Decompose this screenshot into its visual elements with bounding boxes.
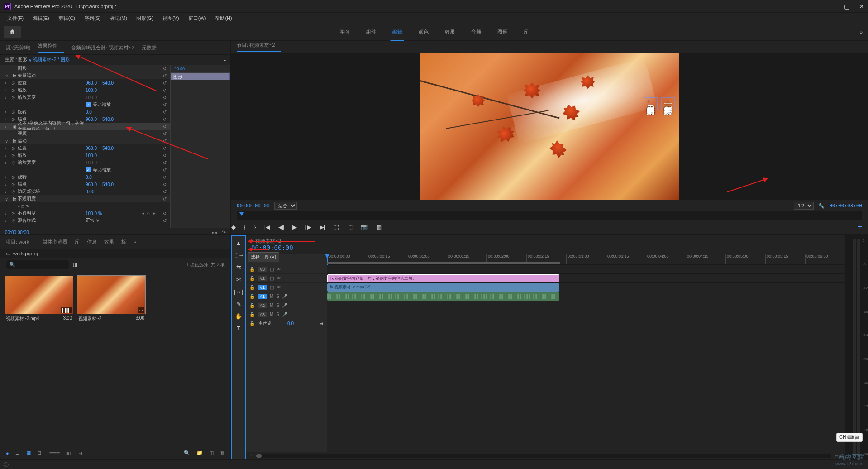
close-button[interactable]: ✕ [859, 3, 864, 10]
new-bin-icon[interactable]: 📁 [196, 450, 203, 456]
program-tc-left[interactable]: 00:00:00:00 [237, 203, 270, 209]
writable-icon[interactable]: ● [6, 450, 9, 456]
search-input[interactable]: 🔍 [6, 260, 69, 269]
find-icon[interactable]: 🔍 [184, 450, 190, 456]
play-button[interactable]: ▶ [292, 224, 297, 230]
ime-indicator[interactable]: CH ⌨ 简 [836, 433, 863, 442]
effect-timeline-clip[interactable]: 图形 [171, 73, 230, 80]
workspace-libraries[interactable]: 库 [522, 24, 530, 41]
effect-section[interactable]: 视频↺ [0, 130, 170, 137]
tab-source[interactable]: 源:(无剪辑) [6, 44, 30, 51]
play-icon[interactable]: ▸ [224, 57, 226, 62]
info-icon[interactable]: ⓘ [4, 461, 9, 468]
workspace-learn[interactable]: 学习 [338, 24, 352, 41]
workspace-audio[interactable]: 音频 [469, 24, 483, 41]
effect-property[interactable]: ›⊙缩放100.0↺ [0, 152, 170, 159]
lift-icon[interactable]: ⬚ [334, 224, 339, 230]
track-lane[interactable]: fx 举例文字内容第一句，举例文字内容第二句。 [327, 274, 845, 283]
effect-property[interactable]: ›⊙位置960.0540.0↺ [0, 144, 170, 152]
program-viewer[interactable]: 举例文字内容第二句。 举例文字内容第一句， [231, 53, 868, 200]
overflow-icon[interactable]: » [134, 239, 136, 244]
resolution-dropdown[interactable]: 1/2 [794, 202, 814, 210]
effect-property[interactable]: ›⊙缩放100.0↺ [0, 86, 170, 94]
delete-icon[interactable]: 🗑 [220, 450, 225, 456]
workspace-editing[interactable]: 编辑 [391, 24, 404, 41]
clip-audio[interactable] [327, 292, 559, 301]
step-back-icon[interactable]: ◀| [278, 224, 284, 230]
menu-graphics[interactable]: 图形(G) [133, 14, 157, 23]
track-lane[interactable] [327, 310, 845, 319]
freeform-view-icon[interactable]: ⊞ [37, 450, 41, 456]
effect-timeline-ruler[interactable]: :00:00 [171, 65, 230, 73]
project-item[interactable]: ▭ 视频素材~23:00 [77, 276, 145, 441]
menu-view[interactable]: 视图(V) [159, 14, 183, 23]
program-scrubber[interactable] [237, 211, 862, 220]
timeline-timecode[interactable]: 00:00:00:00 [251, 244, 293, 251]
tab-program[interactable]: 节目: 视频素材~2 ≡ [237, 42, 281, 52]
hand-tool[interactable]: ✋ [235, 313, 242, 320]
zoom-scrollbar[interactable] [256, 454, 832, 458]
track-lane[interactable] [327, 265, 845, 274]
filter-icon[interactable]: ◨ [73, 262, 77, 268]
clip-video[interactable]: fx 视频素材~2.mp4 [V] [327, 283, 559, 292]
ripple-tool[interactable]: ⇆ [236, 264, 241, 271]
effect-section[interactable]: ∨fx不透明度↺ [0, 195, 170, 202]
fit-dropdown[interactable]: 适合 [274, 202, 297, 210]
menu-help[interactable]: 帮助(H) [211, 14, 235, 23]
track-header-a1[interactable]: 🔒A1MS🎤 [246, 292, 327, 301]
in-icon[interactable]: { [244, 224, 246, 230]
pen-tool[interactable]: ✎ [236, 301, 241, 307]
track-header-a2[interactable]: 🔒A2MS🎤 [246, 301, 327, 310]
menu-sequence[interactable]: 序列(S) [81, 14, 105, 23]
button-editor-icon[interactable]: + [858, 223, 862, 231]
menu-file[interactable]: 文件(F) [4, 14, 27, 23]
effect-property[interactable]: ›⊙位置960.0540.0↺ [0, 79, 170, 86]
effect-property[interactable]: ›⊙不透明度100.0 %↺◂ ◇ ▸ [0, 210, 170, 217]
effect-property[interactable]: ›⊙旋转0.0↺ [0, 108, 170, 115]
menu-edit[interactable]: 编辑(E) [29, 14, 53, 23]
out-icon[interactable]: } [254, 224, 256, 230]
clip-graphics[interactable]: fx 举例文字内容第一句，举例文字内容第二句。 [327, 274, 559, 282]
master-track[interactable]: 🔒主声道0.0⫤ [246, 319, 327, 328]
automate-icon[interactable]: ⫤ [78, 450, 83, 456]
slip-tool[interactable]: |↔| [234, 288, 243, 295]
export-frame-icon[interactable]: 📷 [361, 224, 368, 230]
razor-tool[interactable]: ✂ [236, 276, 241, 283]
effect-property[interactable]: ›⊙防闪烁滤镜0.00↺ [0, 188, 170, 195]
tab-media-browser[interactable]: 媒体浏览器 [43, 239, 67, 245]
track-header-v2[interactable]: 🔒V2◫👁 [246, 274, 327, 283]
maximize-button[interactable]: ▢ [844, 3, 850, 10]
effect-property[interactable]: ›⊙缩放宽度100.0↺ [0, 159, 170, 166]
zoom-slider[interactable]: ○━━━ [48, 450, 60, 456]
list-view-icon[interactable]: ☰ [15, 450, 20, 456]
tab-markers[interactable]: 标 [121, 239, 126, 245]
tab-audio-mixer[interactable]: 音频剪辑混合器: 视频素材~2 [71, 44, 134, 51]
track-header-a3[interactable]: 🔒A3MS🎤 [246, 310, 327, 319]
track-lane[interactable]: fx 视频素材~2.mp4 [V] [327, 283, 845, 292]
goto-out-icon[interactable]: ▶| [320, 224, 325, 230]
menu-marker[interactable]: 标记(M) [106, 14, 131, 23]
effect-section[interactable]: ›◉文本 (举例文字内容第一句，举例文字内容第二句。)↺ [0, 123, 170, 130]
tab-effect-controls[interactable]: 效果控件 ≡ [38, 43, 63, 53]
selection-tool[interactable]: ▲ [236, 239, 242, 246]
settings-icon[interactable]: 🔧 [818, 203, 825, 209]
step-fwd-icon[interactable]: |▶ [305, 224, 311, 230]
track-lane[interactable] [327, 301, 845, 310]
sort-icon[interactable]: ≡↓ [66, 450, 72, 456]
mask-tools[interactable]: ○ □ ✎ [0, 202, 170, 210]
effect-property[interactable]: ›⊙锚点960.0540.0↺ [0, 181, 170, 188]
home-button[interactable] [4, 26, 21, 38]
icon-view-icon[interactable]: ▦ [26, 450, 31, 456]
effect-property[interactable]: ›⊙混合模式正常 ∨↺ [0, 217, 170, 224]
track-lane[interactable] [327, 292, 845, 301]
effect-property[interactable]: ✓等比缩放↺ [0, 101, 170, 108]
effect-property[interactable]: ✓等比缩放↺ [0, 166, 170, 173]
goto-in-icon[interactable]: |◀ [264, 224, 270, 230]
overflow-icon[interactable]: » [860, 29, 863, 35]
minimize-button[interactable]: — [829, 3, 835, 10]
new-item-icon[interactable]: ◫ [209, 450, 214, 456]
marker-icon[interactable]: ◆ [231, 224, 236, 230]
effect-property[interactable]: ›⊙旋转0.0↺ [0, 173, 170, 181]
workspace-graphics[interactable]: 图形 [496, 24, 509, 41]
tab-info[interactable]: 信息 [87, 239, 97, 245]
